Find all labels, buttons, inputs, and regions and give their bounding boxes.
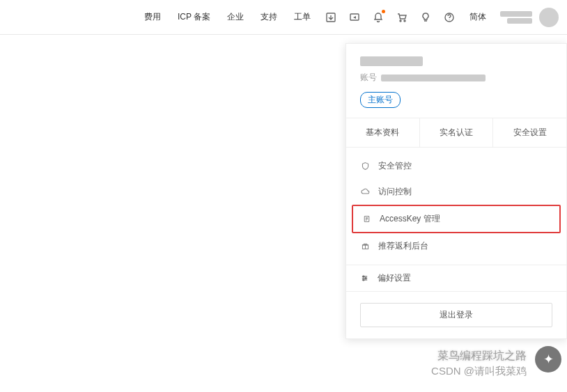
top-header: 费用 ICP 备案 企业 支持 工单 简体 — [0, 0, 567, 35]
svg-point-8 — [365, 278, 366, 279]
dropdown-header: 账号 主账号 — [346, 44, 566, 118]
tab-realname[interactable]: 实名认证 — [420, 118, 494, 147]
item-label: AccessKey 管理 — [380, 213, 440, 225]
item-access-control[interactable]: 访问控制 — [346, 179, 566, 205]
nav-lang[interactable]: 简体 — [463, 11, 493, 23]
shield-icon — [360, 162, 370, 171]
account-row: 账号 — [360, 72, 552, 84]
user-dropdown: 账号 主账号 基本资料 实名认证 安全设置 安全管控 访问控制 AccessKe… — [345, 43, 567, 339]
app-icon[interactable] — [320, 7, 341, 28]
nav-enterprise[interactable]: 企业 — [220, 11, 251, 23]
cloud-icon — [360, 187, 370, 197]
svg-point-7 — [363, 276, 364, 277]
tab-profile[interactable]: 基本资料 — [346, 118, 420, 147]
bulb-icon[interactable] — [415, 7, 436, 28]
dropdown-tabs: 基本资料 实名认证 安全设置 — [346, 118, 566, 148]
item-label: 推荐返利后台 — [378, 240, 428, 252]
help-icon[interactable] — [439, 7, 460, 28]
dropdown-list: 安全管控 访问控制 AccessKey 管理 推荐返利后台 — [346, 148, 566, 265]
item-accesskey-management[interactable]: AccessKey 管理 — [352, 205, 561, 233]
main-account-badge: 主账号 — [360, 92, 401, 108]
screen-icon[interactable] — [344, 7, 365, 28]
item-rebate[interactable]: 推荐返利后台 — [346, 233, 566, 259]
item-label: 访问控制 — [378, 186, 412, 198]
item-preference[interactable]: 偏好设置 — [346, 265, 566, 292]
watermark-logo: ✦ — [535, 346, 561, 373]
watermark: 菜鸟编程踩坑之路 CSDN @请叫我菜鸡 — [431, 348, 527, 378]
tab-security[interactable]: 安全设置 — [493, 118, 566, 147]
avatar[interactable] — [539, 8, 559, 27]
account-id-obscured — [381, 75, 486, 81]
nav-fee[interactable]: 费用 — [137, 11, 168, 23]
item-security-control[interactable]: 安全管控 — [346, 153, 566, 179]
svg-point-9 — [363, 279, 364, 281]
user-label-obscured — [500, 11, 532, 24]
nav-worksheet[interactable]: 工单 — [287, 11, 318, 23]
item-label: 偏好设置 — [378, 272, 411, 284]
gift-icon — [360, 242, 370, 251]
username-obscured — [360, 56, 423, 66]
nav-support[interactable]: 支持 — [254, 11, 284, 23]
cart-icon[interactable] — [391, 7, 412, 28]
watermark-line1: 菜鸟编程踩坑之路 — [431, 348, 527, 363]
svg-point-2 — [400, 20, 401, 22]
settings-icon — [360, 274, 369, 283]
logout-section: 退出登录 — [346, 292, 566, 338]
svg-point-3 — [404, 20, 405, 22]
key-icon — [362, 214, 371, 224]
account-label: 账号 — [360, 72, 377, 84]
notification-dot — [382, 10, 385, 13]
logout-button[interactable]: 退出登录 — [360, 303, 552, 327]
watermark-line2: CSDN @请叫我菜鸡 — [431, 363, 527, 378]
nav-icp[interactable]: ICP 备案 — [171, 11, 217, 23]
item-label: 安全管控 — [378, 160, 412, 172]
bell-icon[interactable] — [368, 7, 389, 28]
